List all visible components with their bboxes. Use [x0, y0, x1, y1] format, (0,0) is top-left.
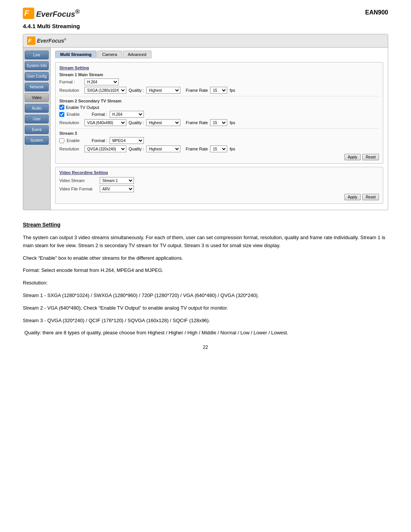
doc-section: Stream Setting The system can output 3 v… [23, 222, 388, 337]
doc-quality-para: Quality: there are 8 types of quality, p… [23, 329, 388, 337]
stream1-divider [59, 96, 379, 96]
video-recording-apply-button[interactable]: Apply [344, 194, 361, 200]
video-recording-reset-button[interactable]: Reset [362, 194, 379, 200]
svg-text:F: F [24, 8, 30, 17]
doc-para2: Check “Enable” box to enable other strea… [23, 254, 388, 262]
video-recording-title: Video Recording Setting [59, 170, 379, 175]
section-title: 4.4.1 Multi Streaming [23, 23, 388, 29]
stream2-framerate-label: Frame Rate [186, 120, 208, 125]
stream3-quality-label: Quality : [129, 147, 144, 151]
page-number: 22 [23, 345, 388, 350]
stream1-format-select[interactable]: H.264 MPEG4 MJPEG [84, 78, 119, 85]
model-name: EAN900 [365, 9, 388, 16]
sidebar-item-userconfig[interactable]: User Config [25, 72, 49, 81]
file-format-select[interactable]: ARV [100, 185, 134, 192]
sidebar-item-audio[interactable]: Audio [25, 104, 49, 113]
stream-apply-button[interactable]: Apply [344, 154, 361, 160]
logo-text: EverFocus® [36, 8, 80, 19]
stream3-resolution-label: Resolution [59, 147, 82, 151]
stream3-resolution-row: Resolution QVGA (320x240) QCIF (176x120)… [59, 145, 379, 152]
stream2-format-select[interactable]: H.264 MPEG4 MJPEG [110, 111, 144, 118]
video-stream-row: Video Stream Stream 1 Stream 2 Stream 3 [59, 177, 379, 184]
stream2-fps-label: fps [229, 120, 235, 125]
tab-camera[interactable]: Camera [97, 51, 122, 58]
sidebar-item-system[interactable]: System [25, 136, 49, 145]
ui-panel: F EverFocus® Live System Info User Confi… [23, 34, 388, 210]
stream-reset-button[interactable]: Reset [362, 154, 379, 160]
stream2-label: Stream 2 Secondary TV Stream [59, 99, 379, 103]
svg-text:F: F [28, 38, 32, 44]
sidebar-item-live[interactable]: Live [25, 51, 49, 59]
stream-setting-section: Stream Setting Stream 1 Main Stream Form… [55, 62, 383, 164]
stream2-tvoutput-label: Enable TV Output [66, 105, 99, 110]
stream3-quality-select[interactable]: Highest Higher High Middle Normal Low Lo… [146, 145, 180, 152]
stream2-resolution-row: Resolution VGA (640x480) Quality : Highe… [59, 119, 379, 126]
sidebar-item-network[interactable]: Network [25, 83, 49, 91]
stream1-resolution-select[interactable]: SXGA (1280x1024) SWXGA (1280x960) 720P (… [84, 87, 126, 94]
stream1-format-label: Format : [59, 80, 82, 84]
logo: F EverFocus® [23, 8, 80, 19]
doc-stream3-res: Stream 3 - QVGA (320*240) / QCIF (176*12… [23, 317, 388, 325]
stream3-fps-label: fps [229, 147, 235, 151]
stream1-quality-label: Quality : [129, 88, 144, 93]
stream2-quality-select[interactable]: Highest Higher High Middle Normal Low Lo… [146, 119, 180, 126]
stream1-resolution-row: Resolution SXGA (1280x1024) SWXGA (1280x… [59, 87, 379, 94]
panel-logo-text: EverFocus® [37, 38, 66, 44]
stream1-format-row: Format : H.264 MPEG4 MJPEG [59, 78, 379, 85]
stream2-divider [59, 128, 379, 129]
sidebar: Live System Info User Config Network Vid… [23, 48, 51, 210]
stream3-enable-checkbox[interactable] [59, 138, 64, 143]
doc-para1: The system can output 3 video streams si… [23, 234, 388, 250]
sidebar-item-systeminfo[interactable]: System Info [25, 61, 49, 70]
stream3-label: Stream 3 [59, 131, 379, 136]
content-area: Multi Streaming Camera Advanced Stream S… [51, 48, 388, 210]
stream3-resolution-select[interactable]: QVGA (320x240) QCIF (176x120) SQVGA (160… [84, 145, 126, 152]
stream2-enable-row: Enable Format : H.264 MPEG4 MJPEG [59, 111, 379, 118]
stream1-fps-label: fps [229, 88, 235, 93]
page-header: F EverFocus® EAN900 [23, 8, 388, 19]
stream2-framerate-select[interactable]: 15 10 5 30 [210, 119, 227, 126]
doc-stream2-res: Stream 2 - VGA (640*480); Check “Enable … [23, 304, 388, 312]
everfocus-logo-icon: F [23, 8, 34, 19]
stream2-resolution-label: Resolution [59, 120, 82, 125]
stream2-enable-checkbox[interactable] [59, 112, 64, 117]
stream1-label: Stream 1 Main Stream [59, 72, 379, 77]
doc-resolution-heading: Resolution: [23, 279, 388, 287]
video-recording-section: Video Recording Setting Video Stream Str… [55, 167, 383, 204]
file-format-label: Video File Format [59, 187, 97, 191]
panel-body: Live System Info User Config Network Vid… [23, 48, 388, 210]
stream2-enable-label: Enable [67, 112, 89, 117]
stream2-quality-label: Quality : [129, 120, 144, 125]
stream1-framerate-label: Frame Rate [186, 88, 208, 93]
tab-advanced[interactable]: Advanced [123, 51, 151, 58]
panel-logo: F EverFocus® [27, 37, 66, 45]
video-stream-select[interactable]: Stream 1 Stream 2 Stream 3 [100, 177, 134, 184]
doc-para3: Format: Select encode format from H.264,… [23, 267, 388, 275]
stream3-enable-label: Enable [67, 138, 89, 143]
stream2-tvoutput-checkbox[interactable] [59, 105, 64, 110]
sidebar-item-video[interactable]: Video [25, 93, 49, 102]
panel-logo-icon: F [27, 37, 35, 45]
stream1-quality-select[interactable]: Highest Higher High Middle Normal Low Lo… [146, 87, 180, 94]
stream3-format-select[interactable]: MPEG4 H.264 MJPEG [110, 137, 144, 144]
sidebar-item-user[interactable]: User [25, 115, 49, 123]
stream3-framerate-select[interactable]: 15 10 5 30 [210, 145, 227, 152]
stream1-framerate-select[interactable]: 15 10 5 30 [210, 87, 227, 94]
stream1-resolution-label: Resolution [59, 88, 82, 93]
stream2-resolution-select[interactable]: VGA (640x480) [84, 119, 126, 126]
stream2-tvoutput-row: Enable TV Output [59, 105, 379, 110]
video-stream-label: Video Stream [59, 178, 97, 183]
stream2-format-label: Format : [92, 112, 107, 117]
sidebar-item-event[interactable]: Event [25, 125, 49, 134]
video-recording-btn-row: Apply Reset [59, 194, 379, 200]
stream3-btn-row: Apply Reset [59, 154, 379, 160]
panel-header: F EverFocus® [23, 34, 388, 48]
file-format-row: Video File Format ARV [59, 185, 379, 192]
tabs: Multi Streaming Camera Advanced [55, 51, 383, 58]
doc-stream1-res: Stream 1 - SXGA (1280*1024) / SWXGA (128… [23, 292, 388, 300]
stream3-framerate-label: Frame Rate [186, 147, 208, 151]
stream3-enable-row: Enable Format : MPEG4 H.264 MJPEG [59, 137, 379, 144]
stream3-format-label: Format : [92, 138, 107, 143]
stream-setting-title: Stream Setting [59, 66, 379, 70]
tab-multistreaming[interactable]: Multi Streaming [55, 51, 97, 58]
